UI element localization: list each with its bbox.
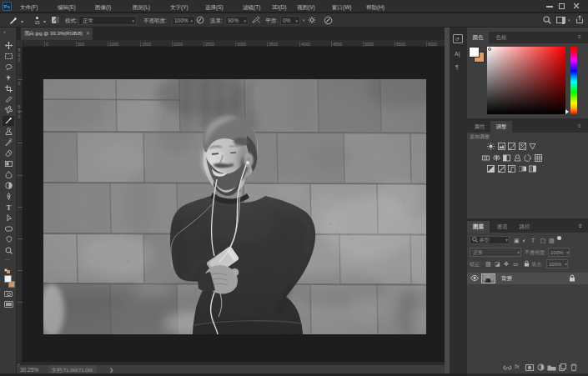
svg-text:T: T [6,203,11,211]
